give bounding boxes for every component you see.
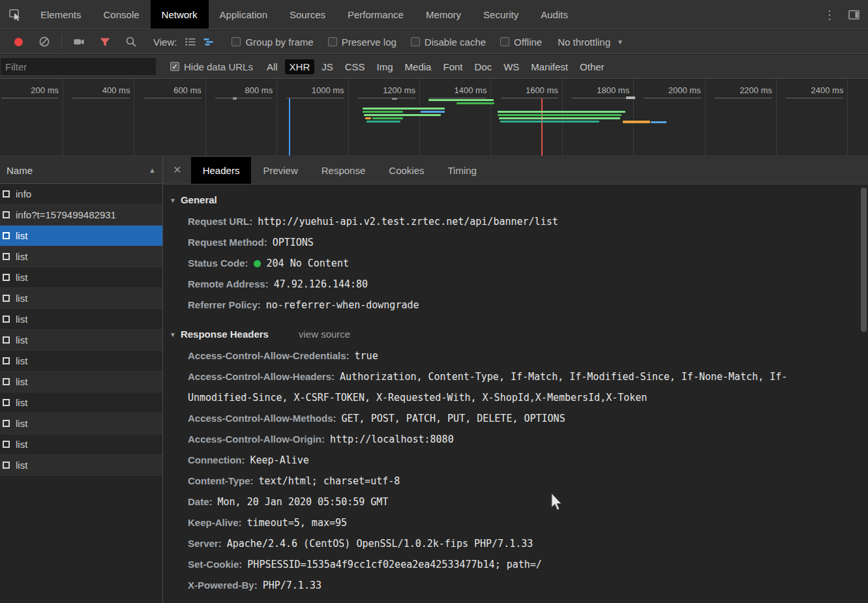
waterfall-bar	[456, 102, 494, 104]
timeline-tick	[72, 98, 130, 98]
details-tab-headers[interactable]: Headers	[191, 157, 252, 184]
more-options-icon[interactable]: ⋮	[821, 9, 838, 21]
header-value: no-referrer-when-downgrade	[266, 299, 419, 311]
tab-audits[interactable]: Audits	[530, 0, 579, 29]
header-value: 204 No Content	[267, 257, 349, 269]
filter-type-manifest[interactable]: Manifest	[526, 59, 573, 74]
request-row[interactable]: list	[0, 413, 162, 434]
details-tab-response[interactable]: Response	[310, 157, 378, 184]
filter-type-img[interactable]: Img	[372, 59, 398, 74]
filter-type-doc[interactable]: Doc	[470, 59, 496, 74]
checkbox-icon	[232, 37, 241, 46]
request-name: list	[16, 397, 27, 408]
camera-icon	[73, 36, 85, 48]
request-row[interactable]: list	[0, 309, 162, 330]
request-row[interactable]: list	[0, 288, 162, 309]
request-type-icon	[3, 420, 10, 427]
timeline-label: 1200 ms	[358, 85, 415, 96]
tab-memory[interactable]: Memory	[415, 0, 472, 29]
view-source-link[interactable]: view source	[299, 329, 350, 340]
header-value: Apache/2.4.6 (CentOS) OpenSSL/1.0.2k-fip…	[227, 538, 533, 550]
request-name: list	[16, 376, 27, 387]
filter-type-other[interactable]: Other	[575, 59, 609, 74]
tab-security[interactable]: Security	[472, 0, 530, 29]
tab-network[interactable]: Network	[151, 0, 209, 29]
header-key: Access-Control-Allow-Origin:	[188, 434, 325, 445]
details-tab-cookies[interactable]: Cookies	[377, 157, 436, 184]
request-row[interactable]: list	[0, 226, 162, 246]
request-row[interactable]: list	[0, 455, 162, 476]
tab-application[interactable]: Application	[209, 0, 278, 29]
filter-type-all[interactable]: All	[262, 59, 282, 74]
filter-type-css[interactable]: CSS	[340, 59, 370, 74]
request-row[interactable]: list	[0, 330, 162, 351]
close-details-icon[interactable]: ×	[163, 162, 191, 179]
request-row[interactable]: list	[0, 392, 162, 413]
disable-cache-checkbox[interactable]: Disable cache	[411, 37, 486, 48]
throttling-value: No throttling	[558, 37, 610, 48]
request-row[interactable]: list	[0, 246, 162, 267]
name-column-header[interactable]: Name ▲	[0, 157, 162, 184]
tab-console[interactable]: Console	[93, 0, 151, 29]
tab-sources[interactable]: Sources	[278, 0, 337, 29]
header-key: Set-Cookie:	[188, 559, 242, 570]
tab-elements[interactable]: Elements	[29, 0, 93, 29]
section-header-response-headers[interactable]: ▼Response Headersview source	[170, 324, 850, 346]
header-value: 47.92.126.144:80	[274, 278, 368, 290]
filter-type-media[interactable]: Media	[400, 59, 436, 74]
request-row[interactable]: list	[0, 434, 162, 455]
header-row: Set-Cookie:PHPSESSID=1535a4f9cc1cf02eea2…	[170, 554, 850, 575]
request-row[interactable]: info	[0, 184, 162, 205]
timeline-label: 1000 ms	[287, 85, 344, 96]
scrollbar-thumb[interactable]	[861, 188, 867, 332]
request-row[interactable]: info?t=1579499482931	[0, 205, 162, 226]
search-button[interactable]	[125, 36, 137, 48]
request-name: list	[16, 355, 27, 366]
clear-network-log-button[interactable]	[38, 36, 50, 48]
show-overview-button[interactable]	[203, 36, 215, 48]
filter-type-ws[interactable]: WS	[499, 59, 524, 74]
main-tab-bar: ElementsConsoleNetworkApplicationSources…	[0, 0, 868, 29]
request-row[interactable]: list	[0, 372, 162, 392]
tab-performance[interactable]: Performance	[337, 0, 415, 29]
record-network-log-button[interactable]	[12, 36, 24, 48]
throttling-select[interactable]: No throttling ▼	[558, 37, 623, 48]
hide-data-urls-checkbox[interactable]: ✓ Hide data URLs	[170, 61, 253, 72]
request-row[interactable]: list	[0, 351, 162, 372]
header-row: Access-Control-Allow-Methods:GET, POST, …	[170, 408, 850, 429]
checkbox-checked-icon: ✓	[170, 62, 179, 71]
header-key: Remote Address:	[188, 278, 269, 289]
header-row: X-Powered-By:PHP/7.1.33	[170, 575, 850, 596]
view-list-button[interactable]	[185, 36, 196, 48]
request-row[interactable]: list	[0, 267, 162, 288]
timeline-label: 600 ms	[144, 85, 202, 96]
header-value: http://yuehui-api.v2.test.zrtec.net/api/…	[258, 216, 558, 228]
record-icon	[14, 38, 23, 46]
filter-button[interactable]	[99, 36, 111, 48]
dock-side-icon[interactable]	[848, 10, 860, 20]
request-type-icon	[3, 399, 10, 406]
filter-input[interactable]	[1, 58, 156, 75]
preserve-log-checkbox[interactable]: Preserve log	[328, 37, 397, 48]
timeline-tick	[1, 98, 59, 98]
section-header-general[interactable]: ▼General	[170, 190, 850, 211]
filter-type-xhr[interactable]: XHR	[285, 59, 315, 74]
details-tab-timing[interactable]: Timing	[436, 157, 488, 184]
header-row: Keep-Alive:timeout=5, max=95	[170, 512, 850, 533]
offline-checkbox[interactable]: Offline	[500, 37, 542, 48]
inspect-element-icon[interactable]	[0, 0, 29, 29]
header-key: Referrer Policy:	[188, 299, 261, 310]
filter-type-js[interactable]: JS	[317, 59, 338, 74]
timeline-tick	[429, 98, 486, 98]
capture-screenshots-button[interactable]	[73, 36, 85, 48]
filter-type-font[interactable]: Font	[438, 59, 467, 74]
header-key: Access-Control-Allow-Methods:	[188, 413, 337, 424]
request-name: list	[16, 251, 27, 262]
request-name: info?t=1579499482931	[16, 209, 116, 220]
waterfall-bar	[363, 108, 445, 110]
details-tab-preview[interactable]: Preview	[251, 157, 309, 184]
request-name: list	[16, 230, 27, 241]
group-by-frame-checkbox[interactable]: Group by frame	[232, 37, 313, 48]
requests-panel: Name ▲ infoinfo?t=1579499482931listlistl…	[0, 157, 163, 603]
network-overview-timeline[interactable]: 200 ms400 ms600 ms800 ms1000 ms1200 ms14…	[0, 80, 868, 156]
